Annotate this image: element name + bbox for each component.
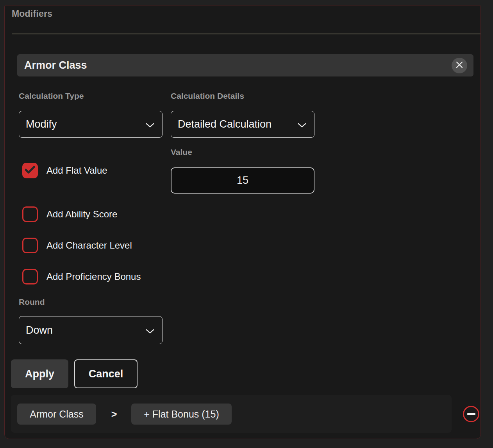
section-title: Modifiers [12, 9, 52, 19]
add-character-level-checkbox[interactable] [22, 238, 38, 253]
add-character-level-row: Add Character Level [22, 238, 132, 253]
value-input[interactable] [171, 167, 314, 194]
round-select[interactable]: Down [19, 316, 163, 344]
modifier-header-bar: Armor Class [17, 54, 473, 76]
checkmark-icon [25, 166, 35, 175]
chevron-down-icon [146, 118, 154, 130]
add-ability-score-label: Add Ability Score [46, 209, 117, 220]
round-label: Round [19, 297, 45, 307]
section-divider [12, 34, 480, 34]
add-proficiency-bonus-label: Add Proficiency Bonus [46, 271, 141, 282]
calculation-type-value: Modify [26, 118, 57, 130]
add-character-level-label: Add Character Level [46, 240, 132, 251]
minus-icon [467, 413, 475, 415]
close-icon [455, 61, 463, 70]
cancel-button[interactable]: Cancel [74, 359, 138, 388]
add-ability-score-checkbox[interactable] [22, 206, 38, 222]
add-ability-score-row: Add Ability Score [22, 206, 117, 222]
chevron-down-icon [146, 324, 154, 336]
add-proficiency-bonus-checkbox[interactable] [22, 269, 38, 284]
calculation-type-label: Calculation Type [19, 91, 84, 101]
add-flat-value-row: Add Flat Value [22, 163, 107, 178]
round-value: Down [26, 324, 53, 336]
calculation-details-select[interactable]: Detailed Calculation [171, 111, 314, 138]
calculation-details-value: Detailed Calculation [178, 118, 272, 130]
modifier-effect-chip[interactable]: + Flat Bonus (15) [131, 404, 232, 425]
apply-button[interactable]: Apply [11, 359, 68, 388]
remove-modifier-button[interactable] [463, 406, 479, 422]
modifier-title: Armor Class [24, 59, 87, 71]
value-label: Value [171, 148, 192, 157]
add-flat-value-checkbox[interactable] [22, 163, 38, 178]
calculation-details-label: Calculation Details [171, 91, 244, 101]
chevron-right-separator: > [108, 404, 120, 425]
add-proficiency-bonus-row: Add Proficiency Bonus [22, 269, 141, 284]
add-flat-value-label: Add Flat Value [46, 165, 107, 176]
chevron-down-icon [298, 118, 306, 130]
calculation-type-select[interactable]: Modify [19, 111, 163, 138]
close-button[interactable] [452, 58, 467, 73]
modifier-source-chip[interactable]: Armor Class [17, 404, 96, 425]
modifiers-screen: Modifiers Armor Class Calculation Type C… [0, 0, 493, 448]
